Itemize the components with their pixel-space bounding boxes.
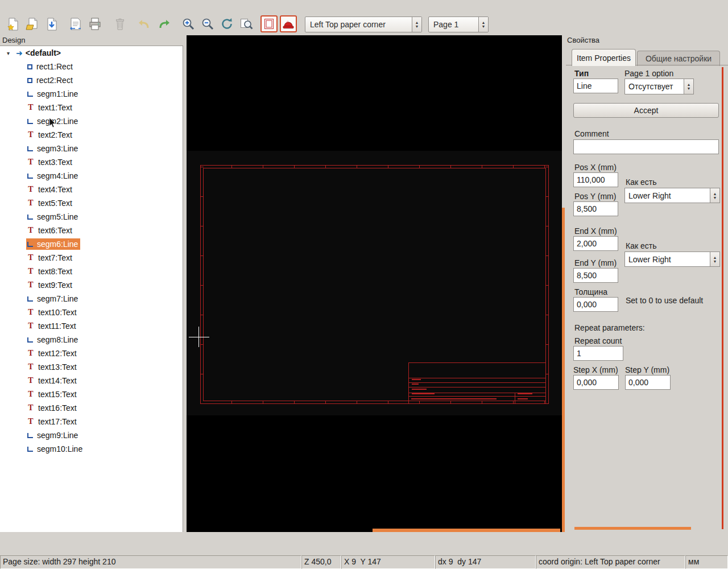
edit-mode-toggle-button[interactable]: [280, 15, 297, 32]
origin-corner-spinner[interactable]: ▲▼: [412, 17, 421, 32]
step-y-field[interactable]: 0,000: [625, 375, 671, 390]
tree-item-text5[interactable]: Ttext5:Text: [0, 196, 183, 210]
pos-y-field[interactable]: 8,500: [573, 201, 618, 216]
thickness-field[interactable]: 0,000: [573, 297, 618, 312]
undo-button[interactable]: [135, 15, 152, 32]
tree-item-text4[interactable]: Ttext4:Text: [0, 183, 183, 196]
pos-anchor-spinner[interactable]: ▲▼: [710, 188, 719, 203]
tree-item-segm4[interactable]: segm4:Line: [0, 169, 183, 183]
tree-item-label: text8:Text: [38, 267, 72, 276]
tree-item-label: text12:Text: [38, 349, 77, 358]
expander-icon[interactable]: ▾: [7, 50, 16, 56]
end-anchor-select[interactable]: Lower Right ▲▼: [624, 251, 720, 267]
line-icon: [27, 337, 33, 343]
tree-item-text14[interactable]: Ttext14:Text: [0, 374, 183, 387]
repeat-count-label: Repeat count: [574, 336, 622, 345]
tree-root-label: <default>: [26, 48, 61, 57]
text-icon: T: [27, 281, 34, 290]
step-x-field[interactable]: 0,000: [573, 375, 619, 390]
line-icon: [27, 447, 33, 452]
tree-item-text6[interactable]: Ttext6:Text: [0, 224, 183, 237]
edit-mode-toggle-icon: [282, 17, 295, 31]
tree-item-label: text15:Text: [38, 390, 77, 399]
tree-item-text17[interactable]: Ttext17:Text: [0, 415, 183, 428]
zoom-fit-button[interactable]: [238, 15, 255, 32]
tree-item-text1[interactable]: Ttext1:Text: [0, 101, 183, 114]
spin-up-icon[interactable]: ▲: [415, 20, 419, 24]
rect-icon: [27, 78, 32, 83]
page-select-spinner[interactable]: ▲▼: [478, 17, 488, 32]
tree-item-segm8[interactable]: segm8:Line: [0, 333, 183, 347]
tree-item-text12[interactable]: Ttext12:Text: [0, 347, 183, 360]
canvas-vertical-scrollbar[interactable]: [562, 208, 565, 532]
open-file-button[interactable]: [24, 15, 41, 32]
white-background-toggle-button[interactable]: [260, 15, 278, 32]
tree-item-segm1[interactable]: segm1:Line: [0, 87, 183, 101]
tree-item-segm2[interactable]: segm2:Line: [0, 114, 183, 128]
tree-item-label: text1:Text: [38, 103, 72, 112]
delete-button[interactable]: [111, 15, 129, 32]
origin-corner-select[interactable]: Left Top paper corner ▲▼: [305, 17, 422, 32]
spin-down-icon[interactable]: ▼: [415, 24, 419, 28]
design-tree[interactable]: ▾➜<default>rect1:Rectrect2:Rectsegm1:Lin…: [0, 46, 183, 532]
spin-down-icon[interactable]: ▼: [482, 24, 486, 28]
save-button[interactable]: [43, 15, 60, 32]
tree-item-label: segm7:Line: [37, 294, 78, 303]
properties-horizontal-scrollbar[interactable]: [574, 527, 691, 530]
tree-item-text11[interactable]: Ttext11:Text: [0, 319, 183, 333]
tree-item-text10[interactable]: Ttext10:Text: [0, 306, 183, 319]
page-option-select[interactable]: Отсутствует ▲▼: [624, 79, 694, 94]
drawing-canvas[interactable]: [187, 35, 562, 532]
tree-item-text7[interactable]: Ttext7:Text: [0, 251, 183, 265]
thickness-hint: Set to 0 to use default: [626, 296, 703, 305]
tree-item-text9[interactable]: Ttext9:Text: [0, 278, 183, 292]
tree-item-segm7[interactable]: segm7:Line: [0, 292, 183, 306]
repeat-count-field[interactable]: 1: [573, 346, 623, 361]
tree-item-text8[interactable]: Ttext8:Text: [0, 265, 183, 278]
page-option-spinner[interactable]: ▲▼: [684, 79, 693, 94]
tree-item-text2[interactable]: Ttext2:Text: [0, 128, 183, 142]
print-button[interactable]: [86, 15, 104, 32]
tree-item-text3[interactable]: Ttext3:Text: [0, 155, 183, 169]
tree-item-segm9[interactable]: segm9:Line: [0, 428, 183, 442]
accept-button[interactable]: Accept: [573, 103, 719, 118]
title-block[interactable]: [408, 362, 546, 404]
tree-item-text13[interactable]: Ttext13:Text: [0, 360, 183, 374]
redo-icon: [158, 17, 171, 31]
tree-item-rect2[interactable]: rect2:Rect: [0, 73, 183, 87]
canvas-horizontal-scrollbar[interactable]: [373, 529, 560, 532]
spin-up-icon[interactable]: ▲: [482, 20, 486, 24]
tree-item-label: segm1:Line: [37, 89, 78, 98]
tree-item-segm6[interactable]: segm6:Line: [0, 237, 183, 251]
zoom-out-button[interactable]: [199, 15, 216, 32]
properties-vertical-scrollbar[interactable]: [722, 67, 723, 529]
tree-item-content: Ttext7:Text: [26, 252, 75, 263]
page-select[interactable]: Page 1 ▲▼: [428, 17, 489, 32]
pos-x-field[interactable]: 110,000: [573, 172, 618, 187]
pos-anchor-select[interactable]: Lower Right ▲▼: [624, 188, 720, 203]
tree-item-content: Ttext13:Text: [26, 361, 79, 373]
tree-item-segm3[interactable]: segm3:Line: [0, 142, 183, 155]
crosshair-icon: [189, 337, 209, 337]
tree-item-content: segm6:Line: [26, 238, 80, 250]
tree-item-text16[interactable]: Ttext16:Text: [0, 401, 183, 415]
tree-item-content: segm4:Line: [26, 170, 80, 182]
tab-general-settings[interactable]: Общие настройки: [637, 51, 720, 66]
end-y-field[interactable]: 8,500: [573, 268, 618, 283]
type-field[interactable]: Line: [573, 79, 618, 93]
end-x-field[interactable]: 2,000: [573, 236, 618, 251]
redo-button[interactable]: [156, 15, 173, 32]
tree-item-text15[interactable]: Ttext15:Text: [0, 387, 183, 401]
tree-item-segm5[interactable]: segm5:Line: [0, 210, 183, 224]
comment-field[interactable]: [573, 139, 719, 154]
tab-item-properties[interactable]: Item Properties: [572, 49, 636, 66]
redraw-button[interactable]: [218, 15, 235, 32]
page-settings-button[interactable]: [67, 15, 84, 32]
tree-root-default[interactable]: ▾➜<default>: [0, 46, 183, 60]
end-anchor-spinner[interactable]: ▲▼: [710, 252, 719, 266]
tree-item-rect1[interactable]: rect1:Rect: [0, 60, 183, 73]
zoom-in-button[interactable]: [180, 15, 197, 32]
tree-item-segm10[interactable]: segm10:Line: [0, 442, 183, 456]
new-page-layout-button[interactable]: [5, 15, 22, 32]
tree-item-label: text5:Text: [38, 199, 72, 208]
